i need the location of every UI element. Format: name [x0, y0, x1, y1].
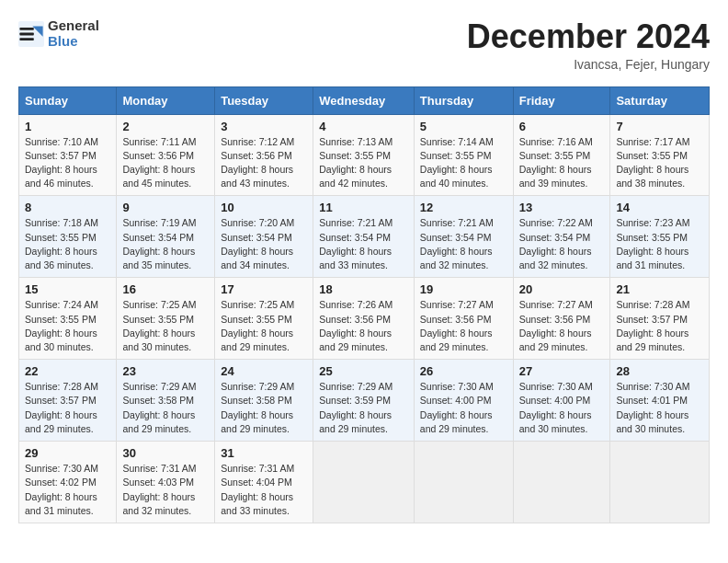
day-number: 21	[616, 282, 703, 296]
calendar-cell: 12Sunrise: 7:21 AMSunset: 3:54 PMDayligh…	[414, 196, 513, 278]
calendar-cell: 16Sunrise: 7:25 AMSunset: 3:55 PMDayligh…	[117, 278, 215, 360]
calendar-cell: 25Sunrise: 7:29 AMSunset: 3:59 PMDayligh…	[313, 360, 415, 442]
calendar-cell: 31Sunrise: 7:31 AMSunset: 4:04 PMDayligh…	[215, 442, 313, 523]
day-number: 8	[25, 201, 110, 214]
calendar-cell: 17Sunrise: 7:25 AMSunset: 3:55 PMDayligh…	[215, 278, 313, 360]
calendar-cell: 30Sunrise: 7:31 AMSunset: 4:03 PMDayligh…	[117, 442, 215, 523]
col-header-monday: Monday	[117, 86, 215, 114]
col-header-thursday: Thursday	[414, 86, 513, 114]
logo: General Blue	[18, 18, 99, 49]
calendar-cell: 21Sunrise: 7:28 AMSunset: 3:57 PMDayligh…	[610, 278, 710, 360]
day-info: Sunrise: 7:30 AMSunset: 4:00 PMDaylight:…	[519, 380, 605, 436]
day-info: Sunrise: 7:21 AMSunset: 3:54 PMDaylight:…	[420, 216, 507, 272]
calendar-body: 1Sunrise: 7:10 AMSunset: 3:57 PMDaylight…	[19, 114, 710, 523]
day-number: 3	[221, 120, 307, 133]
day-info: Sunrise: 7:13 AMSunset: 3:55 PMDaylight:…	[319, 135, 408, 191]
day-info: Sunrise: 7:31 AMSunset: 4:03 PMDaylight:…	[122, 462, 209, 518]
day-info: Sunrise: 7:20 AMSunset: 3:54 PMDaylight:…	[221, 216, 307, 272]
logo-line1: General	[48, 18, 99, 34]
calendar-cell	[414, 442, 513, 523]
day-number: 30	[122, 446, 209, 460]
day-number: 4	[319, 120, 408, 133]
calendar-cell: 3Sunrise: 7:12 AMSunset: 3:56 PMDaylight…	[215, 114, 313, 196]
day-number: 6	[519, 120, 605, 133]
day-info: Sunrise: 7:31 AMSunset: 4:04 PMDaylight:…	[221, 462, 307, 518]
week-row-5: 29Sunrise: 7:30 AMSunset: 4:02 PMDayligh…	[19, 442, 710, 523]
day-info: Sunrise: 7:23 AMSunset: 3:55 PMDaylight:…	[616, 216, 703, 272]
week-row-2: 8Sunrise: 7:18 AMSunset: 3:55 PMDaylight…	[19, 196, 710, 278]
logo-text: General Blue	[48, 18, 99, 49]
col-header-friday: Friday	[513, 86, 610, 114]
day-number: 7	[616, 120, 703, 133]
calendar-cell: 11Sunrise: 7:21 AMSunset: 3:54 PMDayligh…	[313, 196, 415, 278]
day-number: 1	[25, 120, 110, 133]
logo-line2: Blue	[48, 34, 99, 50]
calendar-cell	[313, 442, 415, 523]
week-row-1: 1Sunrise: 7:10 AMSunset: 3:57 PMDaylight…	[19, 114, 710, 196]
day-info: Sunrise: 7:21 AMSunset: 3:54 PMDaylight:…	[319, 216, 408, 272]
calendar-cell: 14Sunrise: 7:23 AMSunset: 3:55 PMDayligh…	[610, 196, 710, 278]
day-info: Sunrise: 7:10 AMSunset: 3:57 PMDaylight:…	[25, 135, 110, 191]
calendar-cell: 1Sunrise: 7:10 AMSunset: 3:57 PMDaylight…	[19, 114, 117, 196]
day-number: 25	[319, 364, 408, 378]
day-number: 20	[519, 282, 605, 296]
calendar-cell: 10Sunrise: 7:20 AMSunset: 3:54 PMDayligh…	[215, 196, 313, 278]
month-title: December 2024	[467, 18, 710, 55]
calendar-cell: 23Sunrise: 7:29 AMSunset: 3:58 PMDayligh…	[117, 360, 215, 442]
day-info: Sunrise: 7:11 AMSunset: 3:56 PMDaylight:…	[122, 135, 209, 191]
calendar-cell: 27Sunrise: 7:30 AMSunset: 4:00 PMDayligh…	[513, 360, 610, 442]
logo-icon	[18, 21, 44, 47]
day-info: Sunrise: 7:19 AMSunset: 3:54 PMDaylight:…	[122, 216, 209, 272]
day-info: Sunrise: 7:28 AMSunset: 3:57 PMDaylight:…	[616, 298, 703, 354]
calendar-cell: 28Sunrise: 7:30 AMSunset: 4:01 PMDayligh…	[610, 360, 710, 442]
day-info: Sunrise: 7:18 AMSunset: 3:55 PMDaylight:…	[25, 216, 110, 272]
calendar-cell: 6Sunrise: 7:16 AMSunset: 3:55 PMDaylight…	[513, 114, 610, 196]
day-number: 2	[122, 120, 209, 133]
day-info: Sunrise: 7:30 AMSunset: 4:00 PMDaylight:…	[420, 380, 507, 436]
calendar-cell: 22Sunrise: 7:28 AMSunset: 3:57 PMDayligh…	[19, 360, 117, 442]
calendar-cell: 19Sunrise: 7:27 AMSunset: 3:56 PMDayligh…	[414, 278, 513, 360]
day-number: 17	[221, 282, 307, 296]
day-number: 18	[319, 282, 408, 296]
calendar-cell: 8Sunrise: 7:18 AMSunset: 3:55 PMDaylight…	[19, 196, 117, 278]
day-number: 9	[122, 201, 209, 214]
calendar-cell	[610, 442, 710, 523]
day-number: 28	[616, 364, 703, 378]
day-info: Sunrise: 7:26 AMSunset: 3:56 PMDaylight:…	[319, 298, 408, 354]
day-number: 16	[122, 282, 209, 296]
day-info: Sunrise: 7:16 AMSunset: 3:55 PMDaylight:…	[519, 135, 605, 191]
day-info: Sunrise: 7:28 AMSunset: 3:57 PMDaylight:…	[25, 380, 110, 436]
calendar-cell: 20Sunrise: 7:27 AMSunset: 3:56 PMDayligh…	[513, 278, 610, 360]
day-number: 5	[420, 120, 507, 133]
day-info: Sunrise: 7:22 AMSunset: 3:54 PMDaylight:…	[519, 216, 605, 272]
col-header-sunday: Sunday	[19, 86, 117, 114]
calendar-table: SundayMondayTuesdayWednesdayThursdayFrid…	[18, 86, 710, 523]
calendar-cell: 9Sunrise: 7:19 AMSunset: 3:54 PMDaylight…	[117, 196, 215, 278]
day-number: 19	[420, 282, 507, 296]
day-info: Sunrise: 7:17 AMSunset: 3:55 PMDaylight:…	[616, 135, 703, 191]
day-info: Sunrise: 7:29 AMSunset: 3:58 PMDaylight:…	[122, 380, 209, 436]
calendar-cell: 24Sunrise: 7:29 AMSunset: 3:58 PMDayligh…	[215, 360, 313, 442]
day-info: Sunrise: 7:30 AMSunset: 4:02 PMDaylight:…	[25, 462, 110, 518]
location-subtitle: Ivancsa, Fejer, Hungary	[467, 57, 710, 72]
calendar-cell: 26Sunrise: 7:30 AMSunset: 4:00 PMDayligh…	[414, 360, 513, 442]
svg-rect-2	[19, 28, 33, 30]
week-row-4: 22Sunrise: 7:28 AMSunset: 3:57 PMDayligh…	[19, 360, 710, 442]
day-number: 12	[420, 201, 507, 214]
header-row: SundayMondayTuesdayWednesdayThursdayFrid…	[19, 86, 710, 114]
calendar-cell: 13Sunrise: 7:22 AMSunset: 3:54 PMDayligh…	[513, 196, 610, 278]
col-header-saturday: Saturday	[610, 86, 710, 114]
day-number: 31	[221, 446, 307, 460]
col-header-tuesday: Tuesday	[215, 86, 313, 114]
day-number: 22	[25, 364, 110, 378]
calendar-cell: 2Sunrise: 7:11 AMSunset: 3:56 PMDaylight…	[117, 114, 215, 196]
day-info: Sunrise: 7:27 AMSunset: 3:56 PMDaylight:…	[420, 298, 507, 354]
day-info: Sunrise: 7:24 AMSunset: 3:55 PMDaylight:…	[25, 298, 110, 354]
day-number: 27	[519, 364, 605, 378]
day-info: Sunrise: 7:12 AMSunset: 3:56 PMDaylight:…	[221, 135, 307, 191]
calendar-cell: 4Sunrise: 7:13 AMSunset: 3:55 PMDaylight…	[313, 114, 415, 196]
calendar-cell: 15Sunrise: 7:24 AMSunset: 3:55 PMDayligh…	[19, 278, 117, 360]
day-number: 14	[616, 201, 703, 214]
week-row-3: 15Sunrise: 7:24 AMSunset: 3:55 PMDayligh…	[19, 278, 710, 360]
page-header: General Blue December 2024 Ivancsa, Feje…	[18, 18, 710, 72]
